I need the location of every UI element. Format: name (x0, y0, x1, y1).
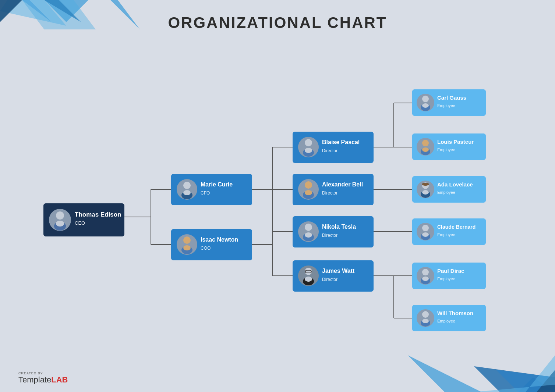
ceo-node: Thomas Edison CEO (43, 203, 124, 236)
svg-point-51 (183, 236, 191, 244)
dir2-node: Alexander Bell Director (293, 174, 374, 205)
svg-point-125 (422, 319, 429, 323)
svg-point-67 (305, 190, 312, 195)
svg-marker-7 (474, 366, 555, 392)
svg-point-53 (183, 245, 191, 250)
svg-point-89 (422, 103, 429, 108)
svg-text:Alexander Bell: Alexander Bell (322, 181, 363, 188)
svg-point-87 (422, 96, 429, 102)
cfo-node: Marie Curie CFO (171, 174, 252, 205)
svg-point-123 (422, 311, 429, 318)
svg-point-74 (305, 232, 312, 238)
svg-point-94 (422, 140, 429, 146)
svg-text:CFO: CFO (201, 190, 210, 196)
dir4-node: James Watt Director (293, 260, 374, 292)
svg-point-104 (422, 190, 429, 195)
svg-text:Employee: Employee (437, 277, 455, 281)
dir3-node: Nikola Tesla Director (293, 216, 374, 247)
svg-text:CEO: CEO (75, 220, 85, 226)
svg-text:Will Thomson: Will Thomson (437, 310, 473, 316)
svg-point-37 (56, 211, 64, 220)
svg-text:Claude Bernard: Claude Bernard (437, 224, 476, 230)
svg-text:Carl Gauss: Carl Gauss (437, 95, 466, 101)
svg-text:COO: COO (201, 246, 211, 251)
svg-point-46 (183, 190, 191, 195)
svg-text:Director: Director (322, 277, 337, 282)
svg-text:Director: Director (322, 233, 337, 238)
svg-point-44 (183, 182, 191, 189)
footer-template-text: TemplateLAB (18, 378, 68, 384)
svg-text:Employee: Employee (437, 103, 455, 108)
svg-text:Director: Director (322, 148, 337, 153)
coo-node: Isaac Newton COO (171, 229, 252, 260)
svg-text:Louis Pasteur: Louis Pasteur (437, 139, 474, 145)
svg-text:Employee: Employee (437, 190, 455, 195)
svg-text:Thomas Edison: Thomas Edison (75, 211, 121, 218)
svg-marker-8 (496, 370, 555, 392)
page-title: ORGANIZATIONAL CHART (0, 14, 555, 32)
emp6-node: Will Thomson Employee (412, 305, 486, 331)
svg-text:Employee: Employee (437, 319, 455, 323)
svg-point-109 (422, 225, 429, 231)
emp2-node: Louis Pasteur Employee (412, 133, 486, 160)
svg-text:Employee: Employee (437, 147, 455, 152)
emp1-node: Carl Gauss Employee (412, 89, 486, 116)
emp4-node: Claude Bernard Employee (412, 218, 486, 245)
svg-text:Paul Dirac: Paul Dirac (437, 268, 464, 274)
svg-text:Director: Director (322, 190, 337, 196)
svg-point-111 (422, 232, 429, 237)
svg-text:Isaac Newton: Isaac Newton (201, 236, 238, 243)
org-chart-svg: Thomas Edison CEO Marie Curie CFO Isaac … (0, 37, 555, 368)
svg-text:Blaise Pascal: Blaise Pascal (322, 139, 360, 145)
svg-point-58 (305, 139, 312, 146)
svg-text:James Watt: James Watt (322, 268, 355, 274)
svg-point-12 (0, 37, 8, 45)
svg-point-118 (422, 277, 429, 281)
svg-point-79 (305, 268, 312, 275)
svg-text:Nikola Tesla: Nikola Tesla (322, 224, 356, 230)
svg-point-82 (305, 277, 312, 282)
svg-point-65 (305, 181, 312, 189)
dir1-node: Blaise Pascal Director (293, 132, 374, 163)
svg-text:Employee: Employee (437, 232, 455, 237)
footer-created-by: CREATED BY (18, 371, 68, 375)
svg-point-11 (0, 37, 10, 47)
svg-point-72 (305, 224, 312, 231)
footer-brand: CREATED BY TemplateLAB (18, 371, 68, 385)
svg-point-96 (422, 147, 429, 152)
svg-marker-9 (537, 370, 555, 392)
svg-point-39 (56, 221, 64, 227)
svg-point-116 (422, 269, 429, 275)
svg-text:Marie Curie: Marie Curie (201, 181, 233, 188)
emp3-node: Ada Lovelace Employee (412, 176, 486, 203)
svg-point-60 (305, 148, 312, 153)
emp5-node: Paul Dirac Employee (412, 263, 486, 289)
svg-text:Ada Lovelace: Ada Lovelace (437, 181, 473, 188)
svg-point-102 (422, 183, 429, 186)
